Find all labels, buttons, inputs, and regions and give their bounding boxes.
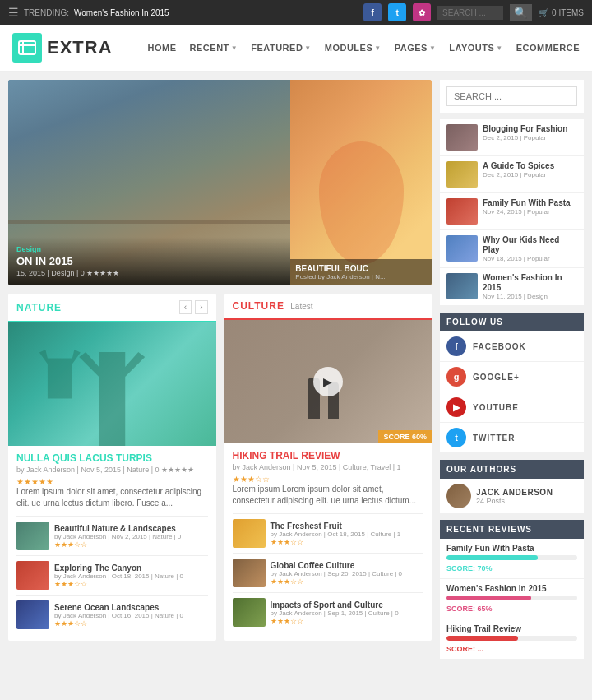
culture-section-header: CULTURE Latest (224, 294, 432, 320)
nature-mini-article: Exploring The Canyon by Jack Anderson | … (16, 555, 208, 595)
hero-side-article[interactable]: BEAUTIFUL BOUC Posted by Jack Anderson |… (290, 80, 432, 285)
culture-articles-list: The Freshest Fruit by Jack Anderson | Oc… (233, 513, 424, 632)
nav-layouts[interactable]: LAYOUTS ▼ (449, 43, 502, 53)
mini-article-title[interactable]: Global Coffee Culture (271, 561, 424, 570)
author-item: JACK ANDERSON 24 Posts (440, 479, 584, 513)
nav-home[interactable]: HOME (148, 43, 177, 53)
recent-title[interactable]: Why Our Kids Need Play (483, 235, 577, 255)
culture-mini-article: Global Coffee Culture by Jack Anderson |… (233, 553, 424, 592)
nature-featured-stars: ★★★★★ (16, 477, 208, 486)
recent-meta: Dec 2, 2015 | Popular (483, 134, 577, 141)
mini-article-thumb (16, 600, 49, 629)
mini-article-info: Global Coffee Culture by Jack Anderson |… (271, 561, 424, 586)
nav-ecommerce[interactable]: ECOMMERCE (516, 43, 580, 53)
culture-section: CULTURE Latest ▶ SCORE 60% HIKING (224, 294, 432, 641)
top-bar-right: f t ✿ 🔍 🛒 0 ITEMS (363, 3, 584, 21)
nature-next-button[interactable]: › (195, 300, 207, 314)
nature-featured-image[interactable] (8, 322, 216, 446)
nature-featured-meta: by Jack Anderson | Nov 5, 2015 | Nature … (16, 466, 208, 474)
recent-thumb (446, 198, 478, 225)
sidebar-recent: Blogging For Fashion Dec 2, 2015 | Popul… (440, 119, 584, 306)
topbar-search-input[interactable] (437, 6, 503, 20)
culture-featured-image[interactable]: ▶ SCORE 60% (224, 320, 432, 443)
nature-prev-button[interactable]: ‹ (179, 300, 192, 314)
logo[interactable]: EXTRA (12, 33, 113, 63)
author-info: JACK ANDERSON 24 Posts (476, 488, 553, 505)
social-circle-icon: ▶ (446, 397, 466, 417)
recent-title[interactable]: Family Fun With Pasta (483, 198, 577, 208)
top-bar: ☰ TRENDING: Women's Fashion In 2015 f t … (0, 0, 592, 25)
svg-rect-0 (19, 41, 35, 54)
recent-reviews-section: RECENT REVIEWS Family Fun With Pasta SCO… (440, 520, 584, 660)
recent-meta: Nov 11, 2015 | Design (483, 293, 577, 300)
hamburger-icon[interactable]: ☰ (8, 6, 19, 19)
cart-count: 0 ITEMS (552, 8, 584, 17)
nav-modules[interactable]: MODULES ▼ (325, 43, 382, 53)
follow-us-header: FOLLOW US (440, 313, 584, 331)
section-row: NATURE ‹ › NULLA QUIS LACUS TURPIS (8, 294, 432, 641)
sidebar-recent-item: Family Fun With Pasta Nov 24, 2015 | Pop… (440, 193, 584, 230)
review-score: SCORE: 70% (446, 564, 493, 573)
recent-info: A Guide To Spices Dec 2, 2015 | Popular (483, 161, 577, 188)
nav-featured[interactable]: FEATURED ▼ (251, 43, 312, 53)
culture-mini-article: The Freshest Fruit by Jack Anderson | Oc… (233, 513, 424, 553)
topbar-search-button[interactable]: 🔍 (510, 4, 532, 21)
social-circle-icon: t (446, 428, 466, 447)
sidebar-search (440, 80, 584, 113)
mini-article-title[interactable]: Exploring The Canyon (54, 563, 208, 573)
mini-article-meta: by Jack Anderson | Oct 18, 2015 | Cultur… (271, 531, 424, 538)
facebook-topbar-icon[interactable]: f (363, 3, 382, 21)
mini-article-thumb (233, 559, 266, 587)
hero-main-title: ON IN 2015 (16, 255, 282, 267)
social-btn-youtube[interactable]: ▶ YOUTUBE (440, 392, 584, 423)
culture-featured-meta: by Jack Anderson | Nov 5, 2015 | Culture… (233, 463, 424, 471)
culture-title: CULTURE (233, 300, 284, 312)
author-name[interactable]: JACK ANDERSON (476, 488, 553, 497)
trending-link[interactable]: Women's Fashion In 2015 (74, 8, 169, 17)
instagram-topbar-icon[interactable]: ✿ (413, 3, 431, 21)
mini-article-title[interactable]: Impacts of Sport and Culture (271, 600, 424, 610)
score-badge: SCORE 60% (378, 430, 432, 443)
recent-reviews-header: RECENT REVIEWS (440, 520, 584, 539)
mini-article-title[interactable]: The Freshest Fruit (271, 522, 424, 531)
review-score: SCORE: ... (446, 645, 483, 653)
sidebar-search-input[interactable] (446, 86, 577, 106)
review-title: Women's Fashion In 2015 (446, 584, 577, 593)
recent-title[interactable]: A Guide To Spices (483, 161, 577, 171)
social-circle-icon: g (446, 367, 466, 387)
nature-section: NATURE ‹ › NULLA QUIS LACUS TURPIS (8, 294, 216, 641)
mini-article-thumb (16, 522, 49, 550)
layouts-arrow: ▼ (496, 44, 502, 52)
nature-mini-article: Serene Ocean Landscapes by Jack Anderson… (16, 595, 208, 634)
social-btn-twitter[interactable]: t TWITTER (440, 423, 584, 453)
social-btn-facebook[interactable]: f FACEBOOK (440, 331, 584, 362)
recent-title[interactable]: Women's Fashion In 2015 (483, 273, 577, 293)
twitter-topbar-icon[interactable]: t (388, 3, 406, 21)
mini-article-stars: ★★★☆☆ (271, 617, 424, 625)
social-btn-googleplus[interactable]: g GOOGLE+ (440, 362, 584, 392)
mini-article-info: The Freshest Fruit by Jack Anderson | Oc… (271, 522, 424, 546)
play-button[interactable]: ▶ (313, 367, 343, 396)
mini-article-stars: ★★★☆☆ (54, 580, 208, 588)
recent-thumb (446, 273, 478, 299)
culture-featured-title[interactable]: HIKING TRAIL REVIEW (233, 450, 424, 461)
recent-title[interactable]: Blogging For Fashion (483, 124, 577, 134)
sidebar-recent-item: Why Our Kids Need Play Nov 18, 2015 | Po… (440, 230, 584, 268)
mini-article-thumb (16, 561, 49, 590)
review-bar (446, 596, 531, 600)
nav-recent[interactable]: RECENT ▼ (190, 43, 238, 53)
nature-featured-title[interactable]: NULLA QUIS LACUS TURPIS (16, 452, 208, 464)
culture-featured-stars: ★★★☆☆ (233, 475, 424, 484)
mini-article-title[interactable]: Serene Ocean Landscapes (54, 603, 208, 612)
recent-arrow: ▼ (231, 44, 238, 52)
cart-area[interactable]: 🛒 0 ITEMS (539, 8, 584, 17)
follow-us-section: FOLLOW US f FACEBOOK g GOOGLE+ ▶ YOUTUBE… (440, 313, 584, 453)
mini-article-info: Beautiful Nature & Landscapes by Jack An… (54, 524, 208, 549)
nature-section-content: NULLA QUIS LACUS TURPIS by Jack Anderson… (8, 446, 216, 641)
review-bar-bg (446, 596, 577, 600)
nav-pages[interactable]: PAGES ▼ (395, 43, 437, 53)
mini-article-title[interactable]: Beautiful Nature & Landscapes (54, 524, 208, 533)
hero-main-article[interactable]: Design ON IN 2015 15, 2015 | Design | 0 … (8, 80, 290, 285)
hero-main-meta: 15, 2015 | Design | 0 ★★★★★ (16, 269, 282, 277)
sidebar-recent-item: Blogging For Fashion Dec 2, 2015 | Popul… (440, 119, 584, 156)
